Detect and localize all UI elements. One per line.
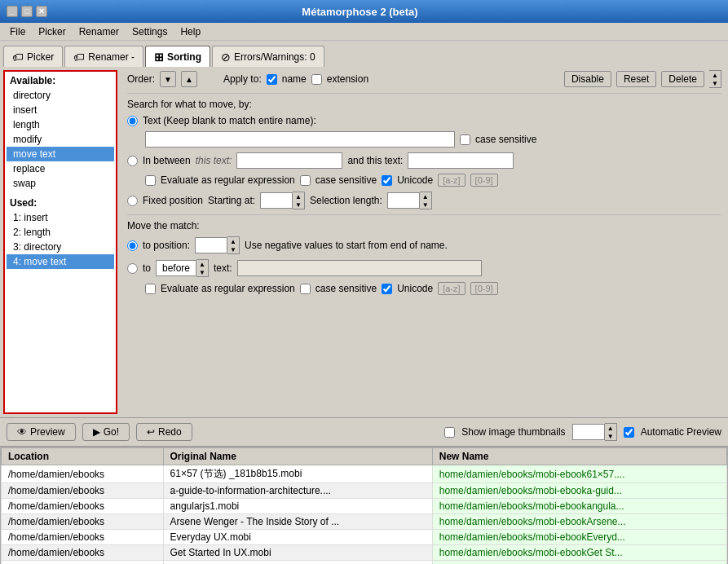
and-this-text-input[interactable]	[408, 152, 514, 169]
tab-picker[interactable]: 🏷 Picker	[3, 46, 63, 67]
before-up[interactable]: ▲	[196, 260, 208, 268]
sorting-icon: ⊞	[154, 51, 164, 64]
preview-button[interactable]: 👁 Preview	[7, 423, 76, 441]
text-radio[interactable]	[127, 116, 138, 126]
cell-location: /home/damien/ebooks	[2, 465, 164, 483]
delete-spin-down[interactable]: ▼	[709, 79, 721, 87]
available-item-directory[interactable]: directory	[7, 88, 114, 103]
apply-name-checkbox[interactable]	[267, 74, 277, 85]
o92-button[interactable]: [0-9]	[470, 282, 498, 295]
text-search-input[interactable]	[145, 131, 455, 148]
cell-new-name: home/damien/ebooks/mobi-ebooka-guid...	[432, 483, 726, 499]
selection-length-down[interactable]: ▼	[420, 200, 431, 209]
text-input-row: case sensitive	[127, 131, 721, 148]
available-item-movetext[interactable]: move text	[7, 147, 114, 161]
tab-errors[interactable]: ⊘ Errors/Warnings: 0	[212, 46, 324, 67]
cell-new-name: home/damien/ebooks/mobi-ebookArsene...	[432, 514, 726, 530]
order-up-button[interactable]: ▲	[181, 71, 197, 87]
close-button[interactable]: ✕	[36, 6, 47, 17]
menu-help[interactable]: Help	[174, 24, 207, 39]
used-item-3[interactable]: 3: directory	[7, 240, 114, 254]
tab-renamer[interactable]: 🏷 Renamer -	[64, 46, 143, 67]
used-item-1[interactable]: 1: insert	[7, 210, 114, 225]
menu-picker[interactable]: Picker	[32, 24, 72, 39]
cell-new-name: home/damien/ebooks/mobi-ebookEveryd...	[432, 530, 726, 545]
disable-button[interactable]: Disable	[564, 71, 611, 87]
case-sensitive-text-checkbox[interactable]	[460, 134, 470, 145]
table-row[interactable]: /home/damien/ebooksEveryday UX.mobihome/…	[2, 530, 727, 545]
thumbnail-size-spinner: 64 ▲ ▼	[572, 423, 617, 441]
position-input[interactable]: 0	[195, 237, 227, 253]
starting-at-input[interactable]: 0	[260, 192, 293, 209]
menu-file[interactable]: File	[3, 24, 32, 39]
available-item-modify[interactable]: modify	[7, 132, 114, 147]
table-row[interactable]: /home/damien/ebooksArsene Wenger - The I…	[2, 514, 727, 530]
before-input[interactable]	[156, 260, 196, 276]
available-item-replace[interactable]: replace	[7, 161, 114, 176]
delete-button[interactable]: Delete	[661, 71, 704, 87]
inbetween-row: In between this text: and this text:	[127, 152, 721, 169]
auto-preview-checkbox[interactable]	[624, 427, 634, 438]
thumbnail-size-input[interactable]: 64	[572, 424, 605, 440]
window-controls[interactable]: _ □ ✕	[7, 6, 47, 17]
col-location: Location	[2, 448, 164, 465]
thumbnail-size-down[interactable]: ▼	[605, 432, 616, 440]
used-item-4[interactable]: 4: move text	[7, 254, 114, 269]
case2-checkbox[interactable]	[300, 284, 311, 294]
selection-length-up[interactable]: ▲	[420, 192, 431, 200]
position-down[interactable]: ▼	[227, 245, 239, 253]
available-item-insert[interactable]: insert	[7, 103, 114, 117]
delete-spin-arrows[interactable]: ▲ ▼	[709, 70, 721, 88]
menu-renamer[interactable]: Renamer	[73, 24, 126, 39]
tab-sorting[interactable]: ⊞ Sorting	[145, 46, 210, 67]
available-item-swap[interactable]: swap	[7, 176, 114, 191]
table-row[interactable]: /home/damien/ebooksangularjs1.mobihome/d…	[2, 499, 727, 514]
this-text-label: this text:	[196, 155, 232, 166]
to-text-input[interactable]	[237, 260, 482, 276]
thumbnail-size-up[interactable]: ▲	[605, 424, 616, 432]
o9-button[interactable]: [0-9]	[470, 174, 498, 187]
unicode-checkbox[interactable]	[382, 175, 392, 186]
starting-at-down[interactable]: ▼	[293, 200, 304, 209]
auto-preview-label: Automatic Preview	[641, 426, 721, 438]
minimize-button[interactable]: _	[7, 6, 18, 17]
starting-at-up[interactable]: ▲	[293, 192, 304, 200]
table-row[interactable]: /home/damien/ebooks61×57 (节选) _181b8b15.…	[2, 465, 727, 483]
unicode2-checkbox[interactable]	[382, 284, 392, 294]
file-table-container: Location Original Name New Name /home/da…	[0, 447, 728, 564]
name-label: name	[282, 73, 307, 85]
fixed-position-radio[interactable]	[127, 196, 138, 206]
position-up[interactable]: ▲	[227, 237, 239, 245]
apply-extension-checkbox[interactable]	[311, 74, 322, 85]
redo-button[interactable]: ↩ Redo	[136, 423, 192, 441]
order-down-button[interactable]: ▼	[160, 71, 176, 87]
az-button[interactable]: [a-z]	[438, 174, 465, 187]
menu-settings[interactable]: Settings	[126, 24, 174, 39]
eval-regex-checkbox[interactable]	[145, 175, 156, 186]
go-label: Go!	[104, 426, 119, 438]
case-sens-checkbox[interactable]	[300, 175, 311, 186]
show-thumbnails-checkbox[interactable]	[444, 427, 455, 438]
available-item-length[interactable]: length	[7, 117, 114, 132]
selection-length-input[interactable]: 1	[387, 192, 420, 209]
eval2-checkbox[interactable]	[145, 284, 156, 294]
az2-button[interactable]: [a-z]	[438, 282, 465, 295]
to-position-radio[interactable]	[127, 240, 138, 251]
go-button[interactable]: ▶ Go!	[82, 423, 130, 441]
used-item-2[interactable]: 2: length	[7, 225, 114, 240]
this-text-input[interactable]	[236, 152, 342, 169]
inbetween-radio[interactable]	[127, 156, 138, 166]
to-label: to	[143, 262, 151, 274]
redo-label: Redo	[158, 426, 182, 438]
reset-button[interactable]: Reset	[616, 71, 656, 87]
cell-original-name: Everyday UX.mobi	[163, 530, 432, 545]
table-row[interactable]: /home/damien/ebooksa-guide-to-informatio…	[2, 483, 727, 499]
before-down[interactable]: ▼	[196, 268, 208, 276]
main-content: Available: directory insert length modif…	[0, 67, 728, 417]
table-row[interactable]: /home/damien/ebooksIn The Plex - Stevhen…	[2, 561, 727, 565]
table-row[interactable]: /home/damien/ebooksGet Started In UX.mob…	[2, 545, 727, 561]
restore-button[interactable]: □	[21, 6, 33, 17]
delete-spin-up[interactable]: ▲	[709, 71, 721, 79]
cell-original-name: angularjs1.mobi	[163, 499, 432, 514]
to-before-radio[interactable]	[127, 263, 138, 274]
